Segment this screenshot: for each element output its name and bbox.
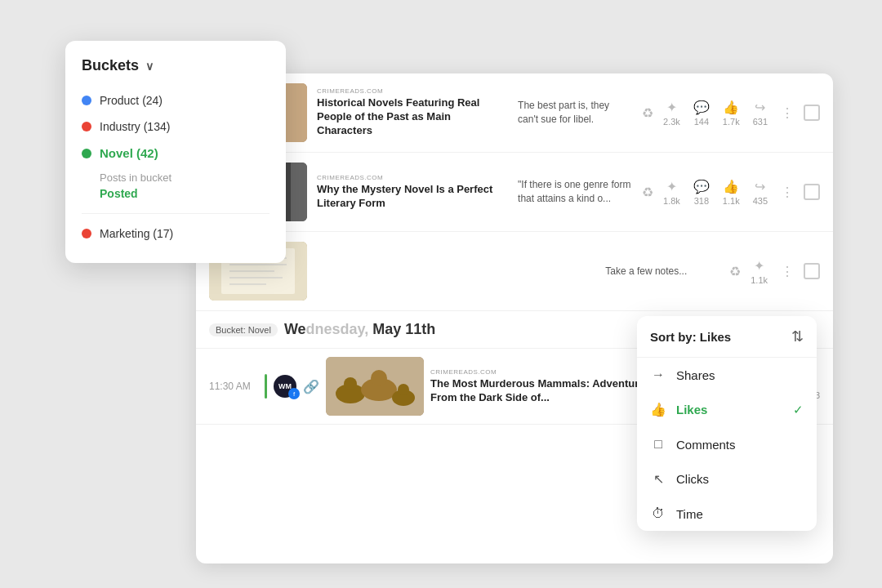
bucket-label: Product (24) bbox=[100, 94, 163, 107]
bucket-item-product[interactable]: Product (24) bbox=[82, 87, 270, 114]
likes-stat: 👍 1.1k bbox=[723, 179, 740, 206]
clicks-stat: ✦ 1.1k bbox=[751, 258, 768, 285]
comments-stat: 💬 144 bbox=[693, 100, 710, 127]
bucket-divider bbox=[82, 213, 270, 214]
buckets-label: Buckets bbox=[82, 57, 139, 74]
likes-value: 1.7k bbox=[723, 117, 740, 127]
sort-item-label: Shares bbox=[676, 368, 715, 382]
sort-item-shares[interactable]: → Shares bbox=[637, 358, 817, 392]
recycle-icon[interactable]: ♻ bbox=[729, 264, 741, 279]
wednesday-date: Wednesday, May 11th bbox=[284, 321, 435, 338]
post-excerpt: Take a few notes... bbox=[605, 265, 719, 278]
likes-value: 1.1k bbox=[723, 196, 740, 206]
post-info: CRIMEREADS.COM Why the Mystery Novel Is … bbox=[317, 174, 508, 211]
bucket-label: Novel (42) bbox=[100, 146, 158, 160]
post-row: Take a few notes... ♻ ✦ 1.1k ⋮ bbox=[196, 232, 833, 311]
post-excerpt: The best part is, they can't sue for lib… bbox=[518, 99, 632, 127]
post-info: CRIMEREADS.COM Historical Novels Featuri… bbox=[317, 87, 508, 138]
clicks-stat: ✦ 1.8k bbox=[663, 179, 680, 206]
post-title: The Most Murderous Mammals: Adventures F… bbox=[430, 377, 660, 405]
sort-dropdown: Sort by: Likes ⇅ → Shares 👍 Likes ✓ □ Co… bbox=[637, 316, 817, 531]
recycle-icon[interactable]: ♻ bbox=[642, 105, 653, 121]
post-info bbox=[317, 270, 595, 272]
sort-item-likes[interactable]: 👍 Likes ✓ bbox=[637, 392, 817, 427]
shares-value: 435 bbox=[753, 196, 768, 206]
post-source: CRIMEREADS.COM bbox=[317, 174, 508, 181]
recycle-icon[interactable]: ♻ bbox=[642, 185, 653, 200]
clicks-stat: ✦ 2.3k bbox=[663, 100, 680, 127]
sort-item-label: Likes bbox=[676, 403, 707, 416]
bucket-item-novel[interactable]: Novel (42) bbox=[82, 140, 270, 167]
more-options-button[interactable]: ⋮ bbox=[777, 103, 797, 122]
shares-stat: ↪ 435 bbox=[753, 179, 768, 206]
post-actions: ⋮ bbox=[777, 103, 820, 122]
bucket-label: Marketing (17) bbox=[100, 227, 173, 240]
buckets-title: Buckets ∨ bbox=[82, 57, 270, 74]
posts-in-bucket-label: Posts in bucket bbox=[82, 167, 270, 185]
link-icon: 🔗 bbox=[303, 379, 319, 394]
bucket-dot bbox=[82, 149, 91, 158]
sort-item-label: Clicks bbox=[676, 472, 709, 486]
likes-icon: 👍 bbox=[723, 179, 739, 194]
select-checkbox[interactable] bbox=[804, 105, 820, 121]
comments-icon: 💬 bbox=[693, 179, 710, 194]
stats-row: ✦ 1.8k 💬 318 👍 1.1k ↪ 435 bbox=[663, 179, 768, 206]
comments-stat: 💬 318 bbox=[693, 179, 710, 206]
buckets-panel: Buckets ∨ Product (24) Industry (134) No… bbox=[65, 41, 286, 263]
select-checkbox[interactable] bbox=[804, 184, 820, 200]
clicks-value: 1.8k bbox=[663, 196, 680, 206]
stats-row: ✦ 2.3k 💬 144 👍 1.7k ↪ 631 bbox=[663, 100, 768, 127]
bucket-dot bbox=[82, 122, 91, 131]
post-thumbnail bbox=[326, 357, 424, 416]
posted-status-label: Posted bbox=[82, 185, 270, 207]
comments-value: 144 bbox=[694, 117, 709, 127]
post-source: CRIMEREADS.COM bbox=[430, 368, 660, 376]
likes-icon: 👍 bbox=[723, 100, 739, 115]
post-row: CRIMEREADS.COM Historical Novels Featuri… bbox=[196, 74, 833, 153]
clicks-arrow-icon: ↖ bbox=[650, 471, 666, 487]
clicks-icon: ✦ bbox=[666, 100, 677, 115]
post-actions: ⋮ bbox=[777, 261, 820, 281]
clicks-icon: ✦ bbox=[754, 258, 764, 274]
bucket-label: Industry (134) bbox=[100, 120, 170, 133]
schedule-time: 11:30 AM bbox=[209, 381, 258, 392]
avatar-wrapper: WM f bbox=[274, 375, 296, 398]
post-excerpt: "If there is one genre form that attains… bbox=[518, 178, 632, 206]
shares-value: 631 bbox=[753, 117, 768, 127]
sort-item-clicks[interactable]: ↖ Clicks bbox=[637, 461, 817, 497]
comments-value: 318 bbox=[694, 196, 709, 206]
bucket-tag: Bucket: Novel bbox=[209, 323, 278, 336]
sort-item-comments[interactable]: □ Comments bbox=[637, 427, 817, 461]
sort-header: Sort by: Likes ⇅ bbox=[637, 316, 817, 358]
sort-item-label: Comments bbox=[676, 438, 736, 452]
bucket-item-industry[interactable]: Industry (134) bbox=[82, 114, 270, 140]
more-options-button[interactable]: ⋮ bbox=[777, 182, 797, 202]
post-info: CRIMEREADS.COM The Most Murderous Mammal… bbox=[430, 368, 660, 405]
clicks-value: 2.3k bbox=[663, 117, 680, 127]
shares-arrow-icon: → bbox=[650, 368, 666, 382]
clicks-icon: ✦ bbox=[666, 179, 677, 194]
likes-thumb-icon: 👍 bbox=[650, 402, 666, 417]
day-bar bbox=[265, 374, 267, 399]
sort-order-icon[interactable]: ⇅ bbox=[791, 327, 804, 345]
chevron-down-icon[interactable]: ∨ bbox=[145, 60, 154, 73]
svg-point-22 bbox=[371, 370, 387, 386]
facebook-badge: f bbox=[288, 388, 300, 399]
more-options-button[interactable]: ⋮ bbox=[777, 261, 797, 281]
stats-row: ✦ 1.1k bbox=[751, 258, 768, 285]
post-source: CRIMEREADS.COM bbox=[317, 87, 508, 95]
sort-item-label: Time bbox=[676, 507, 703, 521]
bucket-item-marketing[interactable]: Marketing (17) bbox=[82, 220, 270, 247]
post-row: CRIMEREADS.COM Why the Mystery Novel Is … bbox=[196, 153, 833, 232]
comments-box-icon: □ bbox=[650, 437, 666, 452]
post-title: Why the Mystery Novel Is a Perfect Liter… bbox=[317, 183, 508, 211]
svg-point-23 bbox=[398, 384, 409, 395]
select-checkbox[interactable] bbox=[804, 263, 820, 279]
active-check-icon: ✓ bbox=[793, 403, 804, 417]
likes-stat: 👍 1.7k bbox=[723, 100, 740, 127]
shares-icon: ↪ bbox=[755, 100, 765, 115]
sort-item-time[interactable]: ⏱ Time bbox=[637, 497, 817, 531]
shares-stat: ↪ 631 bbox=[753, 100, 768, 127]
svg-point-21 bbox=[344, 377, 357, 390]
time-clock-icon: ⏱ bbox=[650, 506, 666, 521]
